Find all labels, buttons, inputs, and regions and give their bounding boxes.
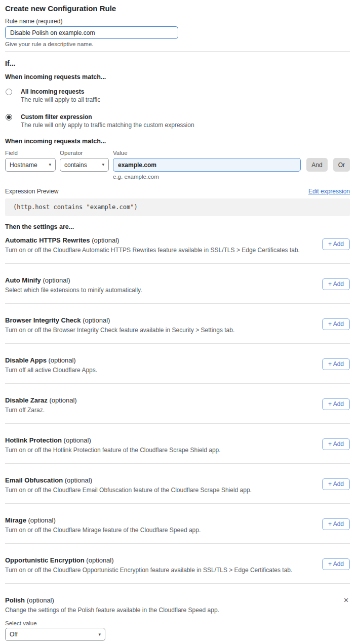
add-setting-button[interactable]: + Add <box>322 478 350 490</box>
create-configuration-rule-page: Create new Configuration Rule Rule name … <box>0 0 357 644</box>
setting-name: Disable Zaraz <box>5 396 48 404</box>
expression-preview-label: Expression Preview <box>5 188 58 195</box>
setting-optional-label: (optional) <box>27 596 54 604</box>
chevron-down-icon: ▾ <box>102 163 104 167</box>
radio-option-custom-expression[interactable]: Custom filter expression The rule will o… <box>5 113 350 129</box>
setting-description: Turn on or off the Cloudflare Mirage fea… <box>5 527 201 534</box>
radio-option-all-incoming[interactable]: All incoming requests The rule will appl… <box>5 88 350 103</box>
setting-optional-label: (optional) <box>43 276 70 284</box>
polish-setting-section: Polish (optional) ✕ Change the settings … <box>5 584 350 641</box>
setting-name: Email Obfuscation <box>5 476 63 484</box>
value-input[interactable] <box>113 158 301 172</box>
setting-block: Disable Apps (optional) Turn off all act… <box>5 344 350 384</box>
expression-preview-code: (http.host contains "example.com") <box>5 198 350 216</box>
setting-row: Automatic HTTPS Rewrites (optional) Turn… <box>5 236 350 254</box>
setting-row: Hotlink Protection (optional) Turn on or… <box>5 436 350 454</box>
edit-expression-link[interactable]: Edit expression <box>308 188 350 195</box>
rule-name-label: Rule name (required) <box>5 18 350 25</box>
add-setting-button[interactable]: + Add <box>322 358 350 370</box>
setting-row: Auto Minify (optional) Select which file… <box>5 276 350 294</box>
field-select-value: Hostname <box>10 162 37 169</box>
setting-row: Email Obfuscation (optional) Turn on or … <box>5 476 350 494</box>
setting-description: Select which file extensions to minify a… <box>5 287 142 294</box>
setting-description: Turn off Zaraz. <box>5 407 77 414</box>
setting-name: Hotlink Protection <box>5 436 62 444</box>
page-title: Create new Configuration Rule <box>5 4 350 13</box>
rule-name-input[interactable] <box>5 26 178 39</box>
radio-option-description: The rule will apply to all traffic <box>21 97 100 103</box>
operator-select-value: contains <box>64 162 87 169</box>
divider <box>5 51 350 52</box>
setting-name: Polish <box>5 596 25 604</box>
chevron-down-icon: ▾ <box>49 163 51 167</box>
operator-label: Operator <box>60 150 109 156</box>
setting-name: Mirage <box>5 516 26 524</box>
select-value-label: Select value <box>5 620 350 626</box>
setting-description: Turn on or off the Cloudflare Email Obfu… <box>5 487 252 494</box>
radio-button[interactable] <box>6 89 12 95</box>
setting-optional-label: (optional) <box>28 516 56 524</box>
settings-list: Automatic HTTPS Rewrites (optional) Turn… <box>5 230 350 584</box>
setting-block: Automatic HTTPS Rewrites (optional) Turn… <box>5 230 350 264</box>
close-icon[interactable]: ✕ <box>342 596 350 604</box>
or-button[interactable]: Or <box>333 158 350 172</box>
add-setting-button[interactable]: + Add <box>322 318 350 330</box>
setting-block: Email Obfuscation (optional) Turn on or … <box>5 464 350 504</box>
setting-optional-label: (optional) <box>49 356 76 364</box>
polish-select-value: Off <box>10 631 18 638</box>
setting-description: Turn off all active Cloudflare Apps. <box>5 367 97 374</box>
and-button[interactable]: And <box>306 158 327 172</box>
setting-row: Disable Zaraz (optional) Turn off Zaraz.… <box>5 396 350 414</box>
setting-block: Auto Minify (optional) Select which file… <box>5 264 350 304</box>
setting-optional-label: (optional) <box>92 236 119 244</box>
setting-description: Turn on or off the Hotlink Protection fe… <box>5 447 221 454</box>
setting-name: Automatic HTTPS Rewrites <box>5 236 90 244</box>
chevron-down-icon: ▾ <box>98 632 101 637</box>
setting-row: Mirage (optional) Turn on or off the Clo… <box>5 516 350 534</box>
match-subheading: When incoming requests match... <box>5 73 350 80</box>
polish-value-select[interactable]: Off ▾ <box>5 628 105 641</box>
then-heading: Then the settings are... <box>5 223 350 230</box>
value-label: Value <box>113 150 350 156</box>
setting-row: Opportunistic Encryption (optional) Turn… <box>5 556 350 574</box>
add-setting-button[interactable]: + Add <box>322 278 350 290</box>
setting-name: Auto Minify <box>5 276 41 284</box>
setting-block: Browser Integrity Check (optional) Turn … <box>5 304 350 344</box>
setting-block: Opportunistic Encryption (optional) Turn… <box>5 544 350 584</box>
setting-optional-label: (optional) <box>83 316 110 324</box>
setting-optional-label: (optional) <box>49 396 76 404</box>
add-setting-button[interactable]: + Add <box>322 518 350 530</box>
add-setting-button[interactable]: + Add <box>322 438 350 450</box>
setting-description: Turn on or off the Cloudflare Opportunis… <box>5 567 292 574</box>
setting-description: Change the settings of the Polish featur… <box>5 607 350 614</box>
setting-name: Browser Integrity Check <box>5 316 81 324</box>
field-select[interactable]: Hostname ▾ <box>5 158 56 172</box>
radio-option-label: Custom filter expression <box>21 113 194 120</box>
value-hint: e.g. example.com <box>113 174 350 180</box>
setting-optional-label: (optional) <box>64 436 91 444</box>
setting-optional-label: (optional) <box>65 476 92 484</box>
add-setting-button[interactable]: + Add <box>322 238 350 250</box>
expression-builder-row: Hostname ▾ contains ▾ And Or <box>5 158 350 172</box>
field-label: Field <box>5 150 56 156</box>
builder-column-labels: Field Operator Value <box>5 150 350 156</box>
radio-option-description: The rule will only apply to traffic matc… <box>21 122 194 129</box>
setting-optional-label: (optional) <box>86 556 113 564</box>
operator-select[interactable]: contains ▾ <box>60 158 109 172</box>
setting-name: Disable Apps <box>5 356 47 364</box>
setting-description: Turn on or off the Browser Integrity Che… <box>5 327 234 334</box>
if-heading: If... <box>5 59 350 67</box>
radio-option-label: All incoming requests <box>21 88 100 95</box>
setting-name: Opportunistic Encryption <box>5 556 85 564</box>
add-setting-button[interactable]: + Add <box>322 398 350 410</box>
add-setting-button[interactable]: + Add <box>322 558 350 570</box>
setting-description: Turn on or off the Cloudflare Automatic … <box>5 247 300 254</box>
builder-heading: When incoming requests match... <box>5 138 350 145</box>
setting-block: Hotlink Protection (optional) Turn on or… <box>5 424 350 464</box>
setting-row: Disable Apps (optional) Turn off all act… <box>5 356 350 374</box>
setting-block: Disable Zaraz (optional) Turn off Zaraz.… <box>5 384 350 424</box>
radio-button[interactable] <box>6 114 12 120</box>
setting-block: Mirage (optional) Turn on or off the Clo… <box>5 504 350 544</box>
rule-name-help: Give your rule a descriptive name. <box>5 41 350 47</box>
setting-row: Browser Integrity Check (optional) Turn … <box>5 316 350 334</box>
